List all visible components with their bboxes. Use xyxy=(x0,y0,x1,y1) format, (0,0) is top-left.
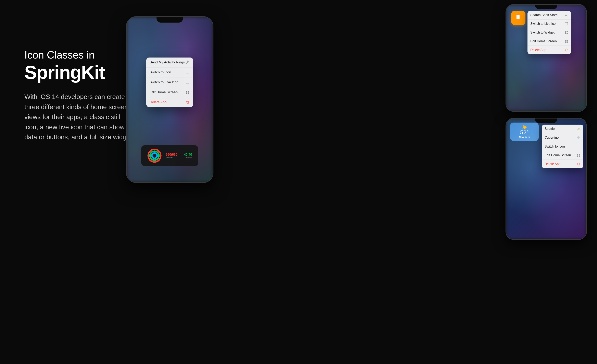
weather-switch-to-icon-label: Switch to Icon xyxy=(545,145,565,148)
svg-rect-13 xyxy=(518,15,520,19)
svg-point-26 xyxy=(579,128,580,129)
minutes-value: 40/40 xyxy=(184,153,192,156)
svg-rect-2 xyxy=(186,91,188,92)
svg-rect-16 xyxy=(565,22,568,25)
svg-rect-28 xyxy=(577,145,580,148)
delete-app-item[interactable]: Delete App xyxy=(146,97,193,107)
cloud-sun-icon xyxy=(576,127,581,131)
svg-point-27 xyxy=(577,136,580,138)
weather-edit-home-screen-item[interactable]: Edit Home Screen xyxy=(542,151,583,160)
svg-rect-31 xyxy=(577,155,578,157)
bottom-right-notch xyxy=(535,118,557,123)
svg-rect-22 xyxy=(565,41,566,43)
books-app-icon[interactable] xyxy=(511,11,526,25)
books-switch-to-live-icon-label: Switch to Live Icon xyxy=(530,22,557,26)
seattle-item[interactable]: Seattle xyxy=(542,124,583,133)
svg-rect-30 xyxy=(579,154,580,155)
edit-home-screen-item[interactable]: Edit Home Screen xyxy=(146,87,193,97)
switch-to-live-icon-item[interactable]: Switch to Live Icon xyxy=(146,77,193,87)
text-section: Icon Classes in SpringKit With iOS 14 de… xyxy=(24,49,142,142)
weather-square-icon xyxy=(576,145,581,148)
svg-rect-23 xyxy=(566,41,568,43)
weather-context-menu: Seattle Cupertino xyxy=(542,124,583,168)
svg-rect-14 xyxy=(516,15,517,19)
search-book-store-label: Search Book Store xyxy=(530,13,558,17)
svg-rect-1 xyxy=(186,81,189,84)
svg-rect-19 xyxy=(566,33,568,34)
weather-sun-icon: ☀️ xyxy=(522,125,527,130)
svg-rect-5 xyxy=(188,93,189,94)
books-switch-to-live-icon-item[interactable]: Switch to Live Icon xyxy=(527,20,571,28)
trash-icon xyxy=(185,100,190,104)
calories-value: 660/660 xyxy=(166,153,177,156)
activity-context-menu: Send My Activity Rings Switch to Icon Sw… xyxy=(146,57,193,107)
svg-rect-3 xyxy=(188,91,189,92)
notch xyxy=(157,17,183,23)
search-book-store-item[interactable]: Search Book Store xyxy=(527,11,571,20)
svg-rect-29 xyxy=(577,154,578,155)
activity-stats: 660/660 calories xyxy=(166,153,177,159)
minutes-label: minutes xyxy=(184,156,192,159)
search-icon xyxy=(564,13,568,17)
calories-stat: 660/660 calories xyxy=(166,153,177,159)
delete-app-label: Delete App xyxy=(149,100,166,104)
cloud-rain-icon xyxy=(576,136,581,140)
svg-rect-17 xyxy=(565,31,566,34)
switch-to-widget-item[interactable]: Switch to Widget xyxy=(527,28,571,37)
svg-rect-20 xyxy=(565,40,566,41)
widget-icon xyxy=(564,31,568,35)
weather-delete-app-item[interactable]: Delete App xyxy=(542,160,583,168)
svg-point-11 xyxy=(152,153,157,158)
description: With iOS 14 developers can create three … xyxy=(24,92,134,142)
center-phone-frame: Send My Activity Rings Switch to Icon Sw… xyxy=(126,16,213,183)
activity-rings xyxy=(147,148,162,163)
weather-delete-app-label: Delete App xyxy=(545,162,560,166)
title: SpringKit xyxy=(24,63,142,82)
cupertino-label: Cupertino xyxy=(545,136,558,139)
books-grid-icon xyxy=(564,39,568,43)
svg-rect-0 xyxy=(186,71,189,74)
top-right-notch xyxy=(535,5,557,9)
svg-rect-4 xyxy=(186,93,188,94)
center-phone: Send My Activity Rings Switch to Icon Sw… xyxy=(126,16,213,183)
top-right-phone: Search Book Store Switch to Live Icon xyxy=(505,4,587,112)
books-delete-app-item[interactable]: Delete App xyxy=(527,46,571,54)
send-activity-rings-item[interactable]: Send My Activity Rings xyxy=(146,57,193,68)
books-edit-home-screen-label: Edit Home Screen xyxy=(530,39,557,43)
svg-rect-18 xyxy=(566,31,568,32)
switch-to-widget-label: Switch to Widget xyxy=(530,31,555,34)
edit-home-screen-label: Edit Home Screen xyxy=(149,90,178,94)
weather-widget[interactable]: ☀️ 52° New York xyxy=(510,123,539,141)
switch-to-live-icon-label: Switch to Live Icon xyxy=(149,80,179,84)
send-activity-rings-label: Send My Activity Rings xyxy=(149,60,185,64)
weather-edit-home-screen-label: Edit Home Screen xyxy=(545,154,571,157)
switch-to-icon-item[interactable]: Switch to Icon xyxy=(146,68,193,77)
cupertino-item[interactable]: Cupertino xyxy=(542,133,583,142)
square-icon xyxy=(185,70,190,75)
bottom-right-phone: ☀️ 52° New York Seattle Cupertino xyxy=(505,118,587,240)
books-live-icon-square-icon xyxy=(564,22,568,26)
books-app-icon-container xyxy=(511,11,526,25)
weather-city: New York xyxy=(519,136,530,138)
switch-to-icon-label: Switch to Icon xyxy=(149,70,171,74)
svg-rect-32 xyxy=(579,155,580,157)
weather-trash-icon xyxy=(576,162,581,166)
weather-grid-icon xyxy=(576,153,581,157)
books-context-menu: Search Book Store Switch to Live Icon xyxy=(527,11,571,54)
top-right-phone-frame: Search Book Store Switch to Live Icon xyxy=(505,4,587,112)
calories-label: calories xyxy=(166,156,177,159)
books-delete-app-label: Delete App xyxy=(530,48,546,52)
subtitle: Icon Classes in xyxy=(24,49,142,61)
grid-icon xyxy=(185,90,190,94)
weather-switch-to-icon-item[interactable]: Switch to Icon xyxy=(542,142,583,151)
activity-stats-right: 40/40 minutes xyxy=(184,153,192,159)
svg-rect-21 xyxy=(566,40,568,41)
share-icon xyxy=(185,60,190,65)
books-trash-icon xyxy=(564,48,568,52)
minutes-stat: 40/40 minutes xyxy=(184,153,192,159)
weather-temperature: 52° xyxy=(520,130,529,135)
books-edit-home-screen-item[interactable]: Edit Home Screen xyxy=(527,37,571,46)
seattle-label: Seattle xyxy=(545,127,555,131)
bottom-right-phone-frame: ☀️ 52° New York Seattle Cupertino xyxy=(505,118,587,240)
activity-widget: 660/660 calories 40/40 minutes xyxy=(141,145,198,166)
